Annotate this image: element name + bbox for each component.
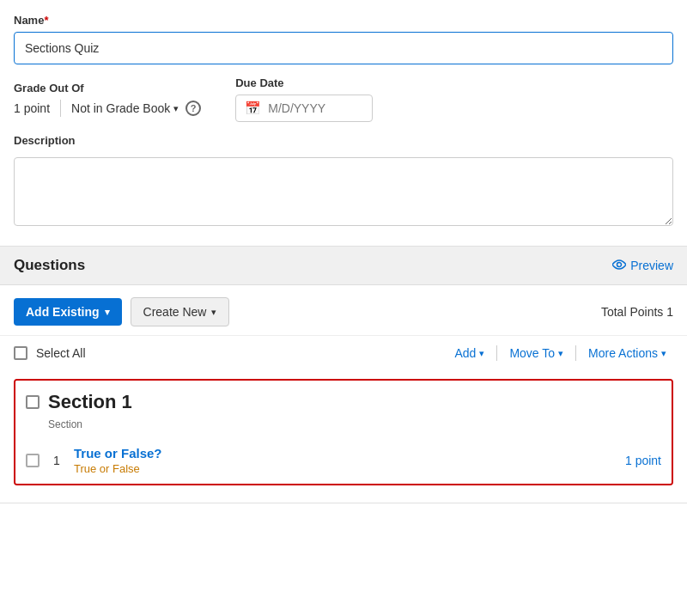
- preview-icon: [612, 259, 626, 273]
- questions-title: Questions: [14, 257, 85, 274]
- name-label-text: Name: [14, 14, 44, 27]
- form-section: Name* Grade Out Of 1 point Not in Grade …: [0, 0, 687, 247]
- due-date-section: Due Date 📅: [235, 76, 373, 122]
- description-textarea[interactable]: [14, 157, 673, 226]
- add-label: Add: [454, 346, 476, 360]
- grade-out-of-label: Grade Out Of: [14, 82, 201, 95]
- question-checkbox[interactable]: [26, 454, 40, 467]
- grade-value-row: 1 point Not in Grade Book ▾ ?: [14, 100, 201, 117]
- question-content: True or False? True or False: [74, 446, 617, 475]
- grade-book-label: Not in Grade Book: [71, 101, 170, 115]
- select-all-checkbox[interactable]: [14, 346, 27, 360]
- question-points: 1 point: [625, 454, 661, 467]
- add-existing-label: Add Existing: [26, 305, 100, 319]
- action-bar: Add Existing ▾ Create New ▾ Total Points…: [0, 285, 687, 335]
- move-to-dropdown-button[interactable]: Move To ▾: [502, 343, 570, 363]
- grade-out-of-section: Grade Out Of 1 point Not in Grade Book ▾…: [14, 82, 201, 117]
- questions-header: Questions Preview: [0, 247, 687, 285]
- question-number: 1: [48, 454, 65, 467]
- section-type-label: Section: [15, 417, 672, 437]
- select-all-label: Select All: [36, 346, 86, 360]
- description-label: Description: [14, 134, 673, 147]
- grade-divider: [60, 100, 61, 117]
- questions-list: Section 1 Section 1 True or False? True …: [0, 370, 687, 503]
- add-dropdown-button[interactable]: Add ▾: [447, 343, 491, 363]
- question-name: True or False?: [74, 446, 617, 460]
- add-chevron-icon: ▾: [479, 348, 484, 359]
- main-container: Name* Grade Out Of 1 point Not in Grade …: [0, 0, 687, 616]
- questions-section: Questions Preview Add Existing ▾: [0, 247, 687, 503]
- create-new-chevron-icon: ▾: [211, 307, 216, 318]
- action-separator-2: [575, 345, 576, 361]
- name-input[interactable]: [14, 32, 673, 64]
- add-existing-button[interactable]: Add Existing ▾: [14, 298, 122, 326]
- more-actions-chevron-icon: ▾: [661, 348, 666, 359]
- section-header: Section 1: [15, 381, 672, 417]
- action-bar-left: Add Existing ▾ Create New ▾: [14, 297, 229, 326]
- description-section: Description: [14, 134, 673, 229]
- select-bar-right: Add ▾ Move To ▾ More Actions ▾: [447, 343, 673, 363]
- calendar-icon: 📅: [245, 101, 261, 116]
- action-separator-1: [496, 345, 497, 361]
- more-actions-label: More Actions: [588, 346, 658, 360]
- question-subtype: True or False: [74, 462, 617, 475]
- help-icon[interactable]: ?: [185, 101, 201, 116]
- select-bar-left: Select All: [14, 346, 86, 360]
- create-new-button[interactable]: Create New ▾: [131, 297, 230, 326]
- due-date-input-wrapper: 📅: [235, 95, 373, 122]
- section-card: Section 1 Section 1 True or False? True …: [14, 379, 673, 485]
- select-bar: Select All Add ▾ Move To ▾ More Actions …: [0, 335, 687, 370]
- more-actions-dropdown-button[interactable]: More Actions ▾: [581, 343, 673, 363]
- due-date-label: Due Date: [235, 76, 373, 89]
- move-to-chevron-icon: ▾: [558, 348, 563, 359]
- due-date-input[interactable]: [268, 101, 363, 115]
- grade-book-chevron-icon: ▾: [173, 103, 179, 114]
- name-label: Name*: [14, 14, 673, 27]
- grade-due-row: Grade Out Of 1 point Not in Grade Book ▾…: [14, 76, 673, 122]
- add-existing-chevron-icon: ▾: [105, 307, 110, 318]
- required-star: *: [44, 14, 48, 27]
- total-points: Total Points 1: [601, 305, 673, 319]
- move-to-label: Move To: [509, 346, 555, 360]
- section-title: Section 1: [48, 391, 132, 413]
- grade-points: 1 point: [14, 101, 50, 115]
- preview-button[interactable]: Preview: [612, 259, 673, 273]
- grade-book-dropdown[interactable]: Not in Grade Book ▾: [71, 101, 179, 115]
- create-new-label: Create New: [143, 305, 207, 319]
- preview-label: Preview: [630, 259, 673, 272]
- question-row: 1 True or False? True or False 1 point: [15, 437, 672, 484]
- section-checkbox[interactable]: [26, 395, 40, 409]
- svg-point-0: [617, 262, 622, 266]
